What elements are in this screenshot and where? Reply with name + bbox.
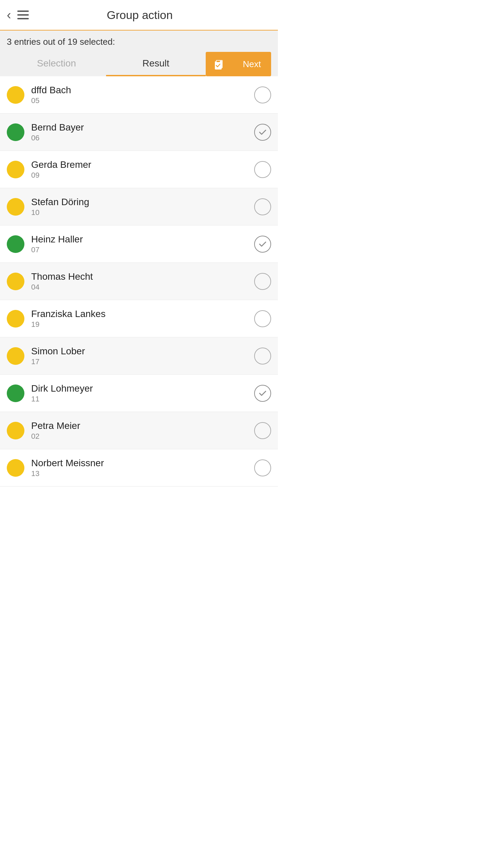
table-row: Bernd Bayer06 (0, 114, 278, 151)
entry-name: Stefan Döring (31, 197, 254, 208)
table-row: Heinz Haller07 (0, 225, 278, 263)
entry-checkbox[interactable] (254, 459, 271, 476)
entry-number: 10 (31, 208, 254, 217)
entry-number: 07 (31, 245, 254, 254)
entry-number: 19 (31, 320, 254, 329)
entry-checkbox[interactable] (254, 273, 271, 290)
entry-info: Gerda Bremer09 (31, 159, 254, 180)
entries-list: dffd Bach05Bernd Bayer06 Gerda Bremer09S… (0, 76, 278, 487)
menu-line-3 (17, 18, 29, 19)
copy-button[interactable] (206, 52, 233, 76)
status-dot (7, 459, 24, 477)
entry-info: Bernd Bayer06 (31, 122, 254, 142)
entry-info: Stefan Döring10 (31, 197, 254, 217)
status-dot (7, 310, 24, 328)
status-dot (7, 161, 24, 178)
entry-info: Franziska Lankes19 (31, 309, 254, 329)
checkmark-icon (258, 127, 267, 137)
entry-name: Simon Lober (31, 346, 254, 357)
selection-bar: 3 entries out of 19 selected: Selection … (0, 31, 278, 76)
status-dot (7, 235, 24, 253)
selection-count: 3 entries out of 19 selected: (7, 37, 271, 47)
table-row: Simon Lober17 (0, 337, 278, 375)
status-dot (7, 384, 24, 402)
page-title: Group action (39, 8, 241, 22)
table-row: Petra Meier02 (0, 412, 278, 449)
entry-number: 06 (31, 134, 254, 142)
entry-info: Thomas Hecht04 (31, 271, 254, 292)
entry-number: 09 (31, 171, 254, 180)
menu-button[interactable] (17, 11, 29, 19)
entry-checkbox[interactable] (254, 161, 271, 178)
back-button[interactable]: ‹ (7, 8, 11, 21)
checkmark-icon (258, 389, 267, 398)
svg-rect-2 (217, 61, 220, 62)
entry-checkbox[interactable] (254, 198, 271, 215)
entry-checkbox[interactable] (254, 348, 271, 364)
tab-result[interactable]: Result (106, 52, 205, 76)
entry-name: Heinz Haller (31, 234, 254, 245)
entry-name: Thomas Hecht (31, 271, 254, 282)
entry-number: 02 (31, 432, 254, 441)
action-buttons: Next (206, 52, 271, 76)
entry-name: Norbert Meissner (31, 458, 254, 469)
status-dot (7, 273, 24, 290)
tabs-row: Selection Result Next (7, 52, 271, 76)
entry-number: 13 (31, 469, 254, 478)
status-dot (7, 347, 24, 365)
entry-checkbox[interactable] (254, 236, 271, 253)
header: ‹ Group action (0, 0, 278, 31)
entry-number: 11 (31, 395, 254, 403)
entry-info: Dirk Lohmeyer11 (31, 383, 254, 403)
entry-checkbox[interactable] (254, 124, 271, 141)
entry-number: 04 (31, 283, 254, 292)
next-button[interactable]: Next (233, 52, 271, 76)
table-row: Dirk Lohmeyer11 (0, 375, 278, 412)
copy-icon (213, 58, 225, 70)
entry-name: Dirk Lohmeyer (31, 383, 254, 394)
entry-number: 17 (31, 357, 254, 366)
table-row: Stefan Döring10 (0, 188, 278, 225)
status-dot (7, 123, 24, 141)
entry-name: dffd Bach (31, 85, 254, 96)
checkmark-icon (258, 239, 267, 249)
menu-line-2 (17, 14, 29, 16)
status-dot (7, 86, 24, 104)
entry-checkbox[interactable] (254, 310, 271, 327)
entry-number: 05 (31, 96, 254, 105)
entry-checkbox[interactable] (254, 86, 271, 103)
table-row: Franziska Lankes19 (0, 300, 278, 337)
entry-info: Petra Meier02 (31, 420, 254, 441)
entry-info: Heinz Haller07 (31, 234, 254, 254)
entry-info: Norbert Meissner13 (31, 458, 254, 478)
table-row: Norbert Meissner13 (0, 449, 278, 487)
status-dot (7, 422, 24, 439)
table-row: Thomas Hecht04 (0, 263, 278, 300)
menu-line-1 (17, 11, 29, 12)
entry-name: Petra Meier (31, 420, 254, 431)
entry-name: Franziska Lankes (31, 309, 254, 319)
table-row: dffd Bach05 (0, 76, 278, 114)
table-row: Gerda Bremer09 (0, 151, 278, 188)
entry-checkbox[interactable] (254, 422, 271, 439)
status-dot (7, 198, 24, 216)
entry-name: Bernd Bayer (31, 122, 254, 133)
entry-checkbox[interactable] (254, 385, 271, 402)
entry-info: dffd Bach05 (31, 85, 254, 105)
entry-name: Gerda Bremer (31, 159, 254, 170)
tab-selection[interactable]: Selection (7, 52, 106, 76)
entry-info: Simon Lober17 (31, 346, 254, 366)
